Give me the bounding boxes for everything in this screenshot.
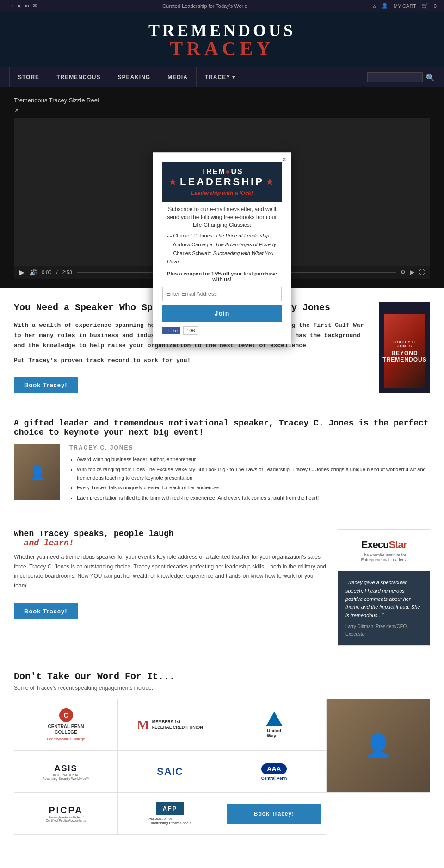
nav-speaking[interactable]: SPEAKING	[109, 67, 159, 87]
search-icon[interactable]: 🔍	[426, 73, 435, 82]
bio-list: Award-winning business leader, author, e…	[69, 456, 430, 502]
speaker-photo: 👤	[364, 733, 392, 759]
nav-search[interactable]: 🔍	[367, 72, 435, 82]
testimonial-text: "Tracey gave a spectacular speech. I hea…	[345, 579, 422, 619]
top-bar-right: ⌂ 👤 MY CART 🛒 0	[373, 3, 437, 9]
logo-aaa: AAA Central Penn	[222, 751, 326, 793]
site-title-bottom: TRACEY	[0, 37, 444, 60]
laugh-body: Whether you need a tremendous speaker fo…	[14, 552, 328, 590]
cart-icon[interactable]: 🛒	[422, 3, 428, 9]
modal-overlay: × TREM●US ★LEADERSHIP★ Leadership with a…	[0, 152, 444, 344]
bio-point-4: Each presentation is filled to the brim …	[77, 494, 430, 502]
twitter-icon[interactable]: t	[12, 3, 14, 9]
book-tracey-button-3[interactable]: Book Tracey!	[227, 804, 321, 824]
logo-asis: ASIS INTERNATIONALAdvancing Security Wor…	[14, 751, 118, 793]
user-icon[interactable]: 👤	[382, 3, 388, 9]
fb-like-button[interactable]: f Like	[162, 327, 180, 334]
top-bar: f t ▶ in ✉ Curated Leadership for Today'…	[0, 0, 444, 12]
nav-store[interactable]: STORE	[9, 67, 48, 87]
fb-like-label: Like	[168, 328, 178, 333]
dont-take-section: Don't Take Our Word For It... Some of Tr…	[14, 671, 430, 835]
bio-point-2: With topics ranging from Does The Excuse…	[77, 466, 430, 482]
join-button[interactable]: Join	[162, 305, 282, 322]
laugh-heading-part2: — and learn!	[14, 538, 74, 548]
logo-picpa: PICPA Pennsylvania Institute ofCertified…	[14, 793, 118, 835]
laugh-heading-part1: When Tracey speaks, people laugh	[14, 529, 174, 538]
book-title-text: BEYONDTREMENDOUS	[382, 350, 426, 363]
execustar-logo: ExecuStar The Premier Institute for Entr…	[338, 530, 430, 571]
fb-icon: f	[165, 328, 166, 333]
logo-afp: AFP Association ofFundraising Profession…	[118, 793, 222, 835]
newsletter-modal: × TREM●US ★LEADERSHIP★ Leadership with a…	[153, 152, 291, 344]
speaker-body-2: Put Tracey's proven track record to work…	[14, 356, 370, 366]
person-silhouette: 👤	[29, 465, 45, 480]
divider-1	[14, 407, 430, 407]
site-header: TREMENDOUS TRACEY	[0, 12, 444, 67]
logo-grid: C CENTRAL PENNCOLLEGE Pennsylvania's Col…	[14, 699, 430, 835]
youtube-icon[interactable]: ▶	[18, 3, 21, 9]
laugh-grid: When Tracey speaks, people laugh — and l…	[14, 529, 430, 646]
main-content: You Need a Speaker Who Speaks Your Langu…	[0, 288, 444, 853]
tagline: Curated Leadership for Today's World	[162, 3, 247, 9]
nav-tremendous[interactable]: TREMENDOUS	[48, 67, 109, 87]
dont-take-heading: Don't Take Our Word For It...	[14, 671, 430, 682]
modal-book-3: - Charles Schwab: Succeeding with What Y…	[167, 249, 282, 266]
modal-coupon: Plus a coupon for 15% off your first pur…	[162, 271, 282, 282]
laugh-text: When Tracey speaks, people laugh — and l…	[14, 529, 328, 646]
nav-tracey[interactable]: TRACEY ▾	[197, 67, 244, 87]
execustar-sub: The Premier Institute for Entrepreneuria…	[347, 553, 420, 562]
divider-3	[14, 660, 430, 660]
gifted-section: A gifted leader and tremendous motivatio…	[14, 418, 430, 504]
modal-book-list: - Charlie "T" Jones: The Price of Leader…	[167, 231, 282, 266]
video-share-icon[interactable]: ↗	[14, 107, 430, 114]
modal-subscribe-text: Subscribe to our e-mail newsletter, and …	[162, 206, 282, 229]
modal-book-2: - Andrew Carnegie: The Advantages of Pov…	[167, 240, 282, 249]
logo-book-btn-cell[interactable]: Book Tracey!	[222, 793, 326, 835]
video-title: Tremendous Tracey Sizzle Reel	[14, 97, 430, 104]
bio-content: TRACEY C. JONES Award-winning business l…	[69, 444, 430, 504]
testimonial-box: "Tracey gave a spectacular speech. I hea…	[338, 571, 430, 645]
email-icon[interactable]: ✉	[33, 3, 37, 9]
laugh-heading: When Tracey speaks, people laugh — and l…	[14, 529, 328, 548]
fb-count: 106	[183, 326, 198, 335]
logo-saic: SAIC	[118, 751, 222, 793]
facebook-like[interactable]: f Like 106	[162, 326, 282, 335]
bio-name: TRACEY C. JONES	[69, 444, 430, 451]
search-input[interactable]	[367, 72, 423, 82]
modal-tagline-text: Leadership with a Kick!	[170, 190, 274, 196]
logo-united-way: UnitedWay	[222, 699, 326, 751]
cart-count: 0	[434, 3, 437, 9]
cart-label[interactable]: MY CART	[394, 3, 416, 9]
modal-logo-line1: TREM●US	[170, 168, 274, 176]
person-image: 👤	[326, 699, 430, 793]
gifted-heading: A gifted leader and tremendous motivatio…	[14, 418, 430, 437]
logo-central-penn: C CENTRAL PENNCOLLEGE Pennsylvania's Col…	[14, 699, 118, 751]
testimonial-attr: Larry Dittman, President/CEO, Execustar	[345, 623, 422, 638]
modal-close-button[interactable]: ×	[282, 156, 286, 164]
bio-point-3: Every Tracey Talk is uniquely created fo…	[77, 484, 430, 492]
social-links[interactable]: f t ▶ in ✉	[7, 3, 37, 9]
modal-logo-line2: ★LEADERSHIP★	[170, 176, 274, 188]
email-input[interactable]	[162, 287, 282, 301]
bio-image: 👤	[14, 444, 60, 500]
dont-take-sub: Some of Tracey's recent speaking engagem…	[14, 685, 430, 691]
nav-media[interactable]: MEDIA	[159, 67, 197, 87]
book-tracey-button-1[interactable]: Book Tracey!	[14, 377, 78, 393]
linkedin-icon[interactable]: in	[25, 3, 29, 9]
bio-row: 👤 TRACEY C. JONES Award-winning business…	[14, 444, 430, 504]
logo-members: M MEMBERS 1stFEDERAL CREDIT UNION	[118, 699, 222, 751]
execustar-box: ExecuStar The Premier Institute for Entr…	[338, 529, 430, 646]
facebook-icon[interactable]: f	[7, 3, 9, 9]
divider-2	[14, 518, 430, 518]
bio-point-1: Award-winning business leader, author, e…	[77, 456, 430, 464]
execustar-name: ExecuStar	[361, 539, 407, 551]
modal-logo: TREM●US ★LEADERSHIP★ Leadership with a K…	[162, 162, 282, 202]
laugh-section: When Tracey speaks, people laugh — and l…	[14, 529, 430, 646]
home-icon[interactable]: ⌂	[373, 3, 376, 9]
modal-book-1: - Charlie "T" Jones: The Price of Leader…	[167, 231, 282, 240]
book-tracey-button-2[interactable]: Book Tracey!	[14, 603, 78, 619]
main-nav: STORE TREMENDOUS SPEAKING MEDIA TRACEY ▾…	[0, 67, 444, 87]
